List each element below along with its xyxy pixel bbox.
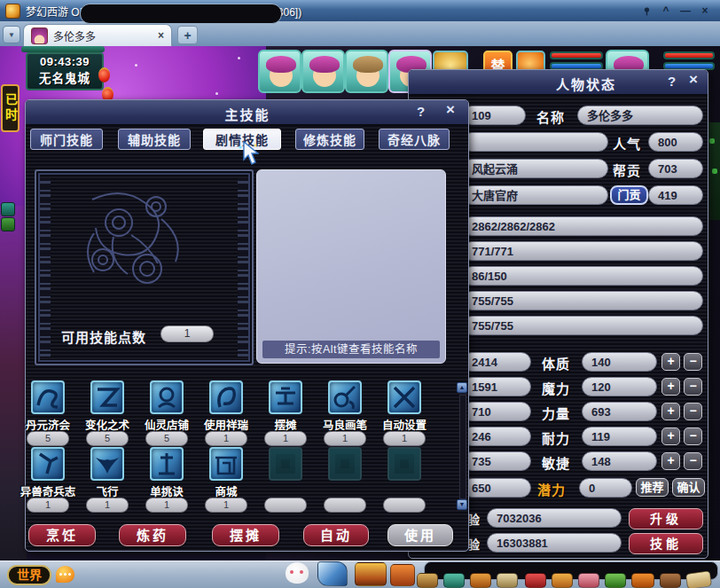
skill-slot[interactable]: 马良画笔 1 [317,380,373,446]
item-icon[interactable] [525,573,546,588]
empty-slot-icon [328,447,362,481]
skill-name: 异兽奇兵志 [20,482,76,496]
attr-value-field: 119 [582,427,657,446]
attr-plus-button[interactable]: + [661,427,680,445]
skill-icon[interactable] [90,380,124,414]
sword-icon[interactable] [317,561,348,586]
attr-minus-button[interactable]: − [684,427,702,445]
skill-icon[interactable] [31,447,65,481]
skills-close-icon[interactable]: × [446,103,455,117]
skill-slot[interactable]: 摆摊 1 [257,380,314,446]
skill-slot-empty[interactable] [257,447,314,513]
attr-plus-button[interactable]: + [661,353,680,371]
confirm-button[interactable]: 确认 [672,478,705,497]
scroll-note-icon[interactable] [685,570,712,588]
attr-minus-button[interactable]: − [684,452,702,470]
skill-icon[interactable] [328,380,362,414]
chat-input[interactable] [80,4,282,24]
skill-icon[interactable] [209,447,243,481]
attr-plus-button[interactable]: + [661,452,680,470]
status-title-bar[interactable]: 人物状态 ? × [409,70,708,95]
tab-close-icon[interactable]: × [158,29,164,42]
skill-slot[interactable]: 变化之术 5 [79,380,136,446]
item-icon[interactable] [631,573,654,588]
skill-icon[interactable] [150,447,184,481]
levelup-button[interactable]: 升级 [629,508,703,529]
item-icon[interactable] [552,573,573,588]
pin-icon[interactable] [637,4,656,18]
skill-slot[interactable]: 丹元济会 5 [20,380,76,446]
empty-slot-icon [269,447,302,481]
chat-channel-button[interactable]: 世界 [7,565,51,585]
alchemy-button[interactable]: 炼药 [119,524,186,546]
skill-slot[interactable]: 自动设置 1 [376,380,433,446]
skill-icon[interactable] [387,380,421,414]
stall-button[interactable]: 摆摊 [212,524,279,546]
skill-slot[interactable]: 仙灵店铺 5 [138,380,195,446]
tab-meridian-skills[interactable]: 奇经八脉 [379,129,450,150]
attr-minus-button[interactable]: − [684,403,702,420]
scrollbar-track[interactable] [459,395,466,499]
skill-icon[interactable] [150,380,184,414]
skill-slot[interactable]: 异兽奇兵志 1 [20,447,76,513]
hp-field: 2862/2862/2862 [462,216,703,236]
skill-slot[interactable]: 商城 1 [198,447,254,513]
skill-icon[interactable] [269,380,302,414]
item-icon[interactable] [417,573,438,588]
tab-school-skills[interactable]: 师门技能 [30,129,103,150]
skill-slot-empty[interactable] [376,447,433,513]
skill-icon[interactable] [209,380,243,414]
skill-slot-empty[interactable] [317,447,373,513]
school-contrib-button[interactable]: 门贡 [610,185,648,205]
collapse-icon[interactable]: ^ [656,4,676,18]
skill-icon[interactable] [90,447,124,481]
new-tab-button[interactable]: + [177,26,198,44]
minimize-icon[interactable]: — [676,4,695,18]
attr-plus-button[interactable]: + [661,378,680,396]
chat-emote-icon[interactable] [56,566,74,583]
attr-plus-button[interactable]: + [661,403,680,420]
auto-button[interactable]: 自动 [303,524,369,546]
skills-title-bar[interactable]: 主技能 ? × [26,100,468,125]
item-icon[interactable] [578,573,599,588]
attr-minus-button[interactable]: − [684,378,702,396]
skills-button[interactable]: 技能 [629,533,703,554]
status-close-icon[interactable]: × [689,73,698,87]
side-mini-icon[interactable] [1,202,15,216]
attr-value-field: 148 [582,451,657,471]
tab-assist-skills[interactable]: 辅助技能 [118,129,191,150]
glove-item-icon[interactable] [390,564,415,586]
tab-character[interactable]: 多伦多多 × [23,24,172,46]
party-portrait[interactable] [258,50,301,93]
tab-list-button[interactable]: ▼ [3,26,20,43]
skills-help-icon[interactable]: ? [417,105,425,119]
close-window-icon[interactable]: × [695,4,715,18]
skill-slot[interactable]: 飞行 1 [79,447,136,513]
item-icon[interactable] [443,573,465,588]
recommend-button[interactable]: 推荐 [636,478,669,497]
skill-icon[interactable] [31,380,65,414]
side-mini-icon[interactable] [1,217,15,231]
use-button[interactable]: 使用 [387,524,453,546]
item-icon[interactable] [660,573,681,588]
skills-title: 主技能 [176,105,318,123]
item-icon[interactable] [470,573,491,588]
item-icon[interactable] [497,573,518,588]
party-portrait[interactable] [301,50,345,93]
tab-training-skills[interactable]: 修炼技能 [295,129,364,150]
exp-field: 7032036 [487,508,622,528]
cook-button[interactable]: 烹饪 [28,524,96,546]
skill-name [376,482,433,496]
skill-level: 1 [205,431,247,446]
scroll-down-icon[interactable]: ▼ [457,499,467,510]
attr-minus-button[interactable]: − [684,353,702,371]
skill-slot[interactable]: 单挑诀 1 [138,447,195,513]
pet-face-icon[interactable] [286,562,309,584]
item-icon[interactable] [605,573,626,588]
party-portrait[interactable] [345,50,388,93]
scroll-up-icon[interactable]: ▲ [457,382,467,393]
skill-slot[interactable]: 使用祥瑞 1 [198,380,254,446]
potential-points-field: 650 [462,478,531,498]
status-help-icon[interactable]: ? [668,74,676,89]
treasure-chest-icon[interactable] [355,562,387,586]
